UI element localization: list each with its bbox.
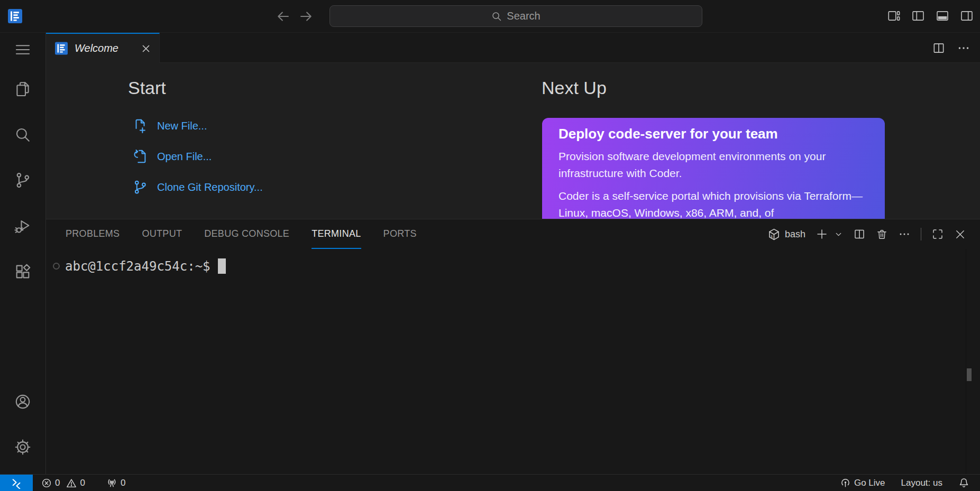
remote-indicator[interactable] [0,475,33,491]
title-bar: Search [0,0,980,33]
next-up-heading: Next Up [542,78,607,98]
remote-icon [11,477,22,489]
close-panel-icon[interactable] [954,228,966,240]
more-actions-icon[interactable] [957,41,970,55]
launch-profile-chevron-icon[interactable] [834,230,843,239]
menu-icon[interactable] [10,37,35,62]
error-count: 0 [55,478,60,488]
status-right: Go Live Layout: us [836,475,980,491]
status-left: 0 0 0 [37,475,130,491]
command-center-search[interactable]: Search [329,5,702,27]
terminal-prompt: abc@1ccf2a49c54c:~$ [65,259,210,274]
bell-icon [958,477,969,488]
maximize-panel-icon[interactable] [931,228,944,240]
warning-icon [66,478,77,488]
tab-close-icon[interactable] [140,43,152,54]
new-file-icon [132,118,148,134]
broadcast-icon [840,477,851,488]
deploy-code-server-card[interactable]: Deploy code-server for your team Provisi… [542,118,885,219]
terminal-cursor [218,258,226,274]
navigate-forward-icon[interactable] [299,9,314,24]
tab-ports[interactable]: PORTS [383,219,417,249]
terminal-toolbar: $ bash [767,219,980,249]
search-icon[interactable] [10,122,35,147]
run-and-debug-icon[interactable] [10,214,35,239]
bash-icon: $ [767,228,781,241]
split-terminal-icon[interactable] [853,228,866,240]
command-decoration-icon[interactable] [53,263,60,270]
activity-bar [0,33,46,474]
open-file-label: Open File... [157,151,212,163]
open-file-icon [132,149,148,164]
editor-tab-bar: Welcome [46,33,980,63]
radio-tower-icon [106,477,117,488]
terminal-scrollbar[interactable] [967,368,972,381]
new-terminal-icon[interactable] [816,228,828,240]
accounts-icon[interactable] [10,389,35,414]
error-icon [41,478,52,488]
clone-git-repository-link[interactable]: Clone Git Repository... [132,172,263,202]
warning-count: 0 [80,478,85,488]
tab-terminal[interactable]: TERMINAL [312,219,361,249]
search-icon [491,11,502,22]
toggle-panel-icon[interactable] [936,9,949,23]
toolbar-separator [921,228,921,240]
tab-debug-console[interactable]: DEBUG CONSOLE [204,219,289,249]
tab-output[interactable]: OUTPUT [142,219,182,249]
panel-tabs: PROBLEMS OUTPUT DEBUG CONSOLE TERMINAL P… [46,219,417,249]
navigate-back-icon[interactable] [276,9,290,24]
git-branch-icon [132,179,148,195]
split-editor-icon[interactable] [932,41,946,55]
card-paragraph-2: Coder is a self-service portal which pro… [558,188,867,219]
welcome-tab-icon [55,42,68,55]
notifications-button[interactable] [954,475,974,491]
terminal-gutter-line [966,249,966,475]
toggle-primary-sidebar-icon[interactable] [911,9,925,23]
source-control-icon[interactable] [10,168,35,193]
tab-welcome[interactable]: Welcome [46,33,160,63]
go-live-label: Go Live [854,478,885,488]
code-server-logo-icon[interactable] [8,9,22,24]
welcome-page: Start New File... Open File... Clone Git… [46,63,980,219]
keyboard-layout-status[interactable]: Layout: us [897,475,947,491]
tab-problems[interactable]: PROBLEMS [66,219,120,249]
terminal-prompt-row: abc@1ccf2a49c54c:~$ [53,258,226,274]
ports-count: 0 [121,478,125,488]
settings-gear-icon[interactable] [10,434,35,460]
shell-label: bash [785,229,805,240]
toggle-secondary-sidebar-icon[interactable] [960,9,974,23]
panel-more-actions-icon[interactable] [898,228,911,240]
start-heading: Start [128,78,166,98]
new-file-link[interactable]: New File... [132,110,263,141]
ports-status[interactable]: 0 [102,475,130,491]
terminal-content[interactable]: abc@1ccf2a49c54c:~$ [46,249,980,475]
customize-layout-icon[interactable] [887,9,901,23]
kill-terminal-trash-icon[interactable] [876,228,888,240]
layout-controls [887,9,974,23]
panel-header: PROBLEMS OUTPUT DEBUG CONSOLE TERMINAL P… [46,219,980,249]
editor-actions [932,33,970,63]
search-placeholder: Search [507,10,540,22]
open-file-link[interactable]: Open File... [132,141,263,172]
bottom-panel: PROBLEMS OUTPUT DEBUG CONSOLE TERMINAL P… [46,219,980,474]
explorer-icon[interactable] [10,77,35,102]
card-title: Deploy code-server for your team [558,125,867,142]
tab-label: Welcome [75,42,140,54]
go-live-button[interactable]: Go Live [836,475,890,491]
card-paragraph-1: Provision software development environme… [558,148,867,182]
clone-git-repository-label: Clone Git Repository... [157,181,263,193]
terminal-shell-selector[interactable]: $ bash [767,228,805,241]
start-links: New File... Open File... Clone Git Repos… [132,110,263,202]
status-bar: 0 0 0 Go Live Layout: us [0,474,980,491]
problems-status[interactable]: 0 0 [37,475,89,491]
new-file-label: New File... [157,120,207,132]
layout-label: Layout: us [901,478,942,488]
svg-text:$: $ [771,234,773,239]
extensions-icon[interactable] [10,259,35,284]
